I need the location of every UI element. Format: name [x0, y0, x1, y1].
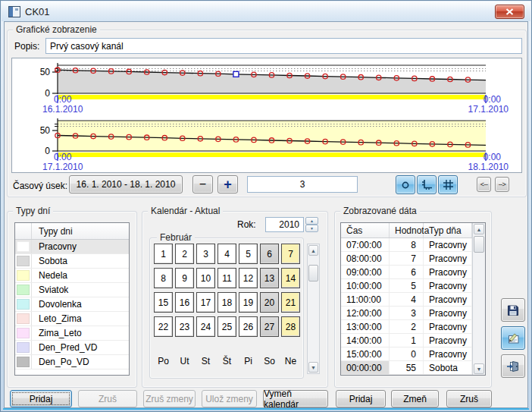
down-arrow-icon: ▼ [310, 226, 314, 231]
data-row[interactable]: 00:00:0055Sobota [341, 361, 472, 375]
rok-spinner-up-button[interactable]: ▲ [305, 217, 318, 225]
calendar-day-button[interactable]: 20 [260, 292, 279, 313]
markers-toggle-button[interactable] [396, 175, 415, 194]
date-range-button[interactable]: 16. 1. 2010 - 18. 1. 2010 [69, 175, 183, 193]
rok-spinner-down-button[interactable]: ▼ [305, 225, 318, 232]
day-type-label: Sviatok [32, 283, 129, 297]
data-row[interactable]: 10:00:005Pracovny [341, 279, 472, 293]
cas-cell: 07:00:00 [341, 238, 390, 251]
calendar-day-button[interactable]: 2 [175, 244, 194, 264]
calendar-day-button[interactable]: 6 [260, 244, 279, 264]
calendar-day-button[interactable]: 12 [239, 268, 258, 288]
edit-button[interactable] [501, 326, 525, 350]
interval-count-field[interactable]: 3 [247, 176, 358, 193]
calendar-day-button[interactable]: 19 [239, 292, 258, 313]
scrollbar-up-button[interactable]: ▲ [474, 224, 484, 234]
day-type-add-button[interactable]: Pridaj [10, 390, 72, 407]
scrollbar-thumb[interactable] [474, 236, 484, 253]
hodnota-column-header[interactable]: Hodnota [390, 223, 424, 237]
day-type-row[interactable]: Leto_Zima [15, 312, 129, 326]
calendar-day-button[interactable]: 26 [239, 316, 258, 337]
zoom-in-button[interactable]: + [217, 175, 238, 193]
calendar-day-button[interactable]: 23 [175, 316, 194, 337]
calendar-day-button[interactable]: 14 [281, 268, 300, 288]
calendar-day-button[interactable]: 25 [217, 316, 236, 337]
data-row[interactable]: 08:00:007Pracovny [341, 252, 472, 266]
titlebar[interactable]: CK01 [2, 2, 530, 21]
day-type-row[interactable]: Nedela [15, 269, 129, 283]
calendar-day-button[interactable]: 17 [196, 292, 215, 313]
window-title: CK01 [25, 6, 50, 17]
exit-button[interactable] [501, 354, 525, 378]
calendar-day-button[interactable]: 4 [217, 244, 236, 264]
axes-toggle-button[interactable] [417, 175, 437, 194]
calendar-day-button[interactable]: 22 [154, 316, 173, 337]
popis-field[interactable]: Prvý casový kanál [45, 38, 522, 54]
typ-dna-column-header[interactable]: Typ dňa [424, 223, 472, 237]
day-type-color-swatch [17, 328, 30, 338]
scrollbar-down-button[interactable]: ▼ [474, 363, 484, 374]
calendar-day-button[interactable]: 8 [154, 268, 173, 288]
data-row[interactable]: 14:00:001Pracovny [341, 334, 472, 348]
data-table-scrollbar[interactable]: ▲ ▼ [472, 223, 485, 375]
calendar-day-button[interactable]: 1 [154, 244, 173, 264]
calendar-day-button[interactable]: 10 [196, 268, 215, 288]
day-type-row[interactable]: Pracovny [15, 240, 129, 254]
hodnota-cell: 3 [390, 307, 424, 319]
save-button[interactable] [501, 298, 525, 322]
time-series-charts[interactable]: 0500:0016.1.20100:0017.1.20100500:0017.1… [12, 58, 521, 172]
weekday-label: Po [154, 356, 173, 366]
calendar-day-button[interactable]: 9 [175, 268, 194, 288]
calendar-day-button[interactable]: 27 [260, 316, 279, 337]
scrollbar-up-button[interactable]: ▲ [308, 245, 318, 256]
cas-column-header[interactable]: Čas [341, 223, 390, 237]
day-type-row[interactable]: Dovolenka [15, 297, 129, 312]
scrollbar-thumb[interactable] [308, 265, 318, 281]
calendar-day-button[interactable]: 15 [154, 292, 173, 313]
day-type-remove-button[interactable]: Zruš [78, 390, 137, 407]
calendar-day-button[interactable]: 13 [260, 268, 279, 288]
discard-changes-button[interactable]: Zruš zmeny [143, 390, 196, 407]
calendar-day-button[interactable]: 21 [281, 292, 300, 313]
day-type-row[interactable]: Den_Po_VD [15, 355, 129, 370]
scroll-right-button[interactable]: --> [495, 177, 509, 192]
data-table[interactable]: Čas Hodnota Typ dňa 07:00:008Pracovny08:… [340, 222, 486, 376]
save-changes-button[interactable]: Ulož zmeny [202, 390, 257, 407]
day-type-row[interactable]: Sobota [15, 254, 129, 269]
calendar-day-button[interactable]: 18 [217, 292, 236, 313]
chart-panel[interactable]: 0500:0016.1.20100:0017.1.20100500:0017.1… [11, 58, 522, 173]
calendar-day-button[interactable]: 16 [175, 292, 194, 313]
scrollbar-down-button[interactable]: ▼ [308, 362, 318, 373]
data-row[interactable]: 15:00:000Pracovny [341, 348, 472, 361]
calendar-day-button[interactable]: 28 [281, 316, 300, 337]
day-type-row[interactable]: Den_Pred_VD [15, 341, 129, 355]
day-type-row[interactable]: Zima_Leto [15, 326, 129, 341]
zoom-out-button[interactable]: − [192, 175, 213, 193]
scroll-left-button[interactable]: <-- [477, 177, 491, 192]
selected-point-marker[interactable] [233, 71, 239, 77]
data-row[interactable]: 07:00:008Pracovny [341, 238, 472, 252]
swap-calendar-button[interactable]: Vymeň kalendár [263, 390, 328, 407]
calendar-day-button[interactable]: 7 [281, 244, 300, 264]
calendar-day-button[interactable]: 24 [196, 316, 215, 337]
calendar-day-button[interactable]: 3 [196, 244, 215, 264]
data-row[interactable]: 09:00:006Pracovny [341, 266, 472, 279]
typ-dna-cell: Pracovny [424, 293, 472, 306]
cas-cell: 08:00:00 [341, 252, 390, 265]
axes-icon [421, 179, 433, 190]
data-row[interactable]: 12:00:003Pracovny [341, 307, 472, 320]
close-button[interactable] [495, 5, 524, 19]
data-change-button[interactable]: Zmeň [391, 390, 439, 407]
calendar-day-button[interactable]: 11 [217, 268, 236, 288]
day-types-table[interactable]: Typy dni PracovnySobotaNedelaSviatokDovo… [14, 222, 130, 376]
rok-field[interactable]: 2010 [265, 217, 304, 232]
data-remove-button[interactable]: Zruš [446, 390, 492, 407]
data-row[interactable]: 11:00:004Pracovny [341, 293, 472, 307]
calendar-day-button[interactable]: 5 [239, 244, 258, 264]
grid-toggle-button[interactable] [438, 175, 458, 194]
data-add-button[interactable]: Pridaj [336, 390, 386, 407]
day-type-row[interactable]: Sviatok [15, 283, 129, 297]
calendar-scrollbar[interactable]: ▲ ▼ [307, 244, 320, 374]
data-row[interactable]: 13:00:002Pracovny [341, 320, 472, 334]
rok-label: Rok: [237, 219, 256, 230]
